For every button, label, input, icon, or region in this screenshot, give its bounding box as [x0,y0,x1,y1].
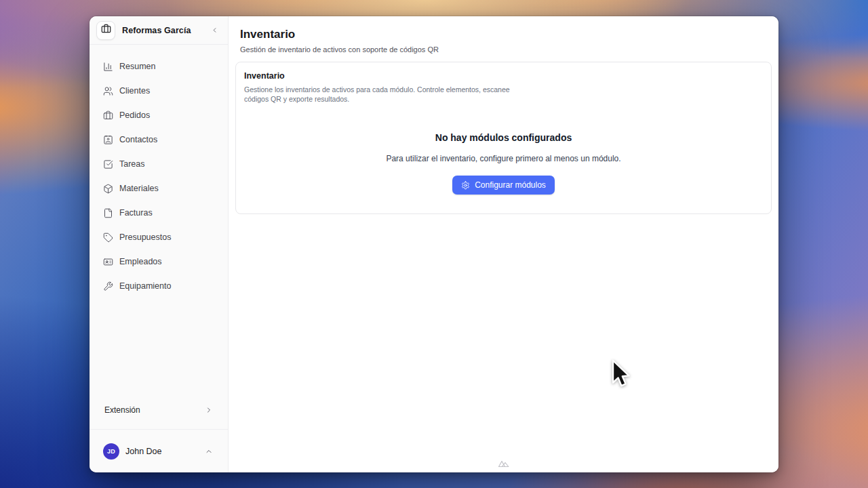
gear-icon [461,181,470,190]
card-description: Gestione los inventarios de activos para… [244,85,515,104]
main-content: Inventario Gestión de inventario de acti… [229,16,778,472]
sidebar-item-equipamiento[interactable]: Equipamiento [98,275,220,297]
id-card-icon [103,257,113,267]
sidebar-footer: JD John Doe [90,429,228,472]
sidebar-item-label: Pedidos [119,110,150,120]
app-window: Reformas García Resumen Clientes [90,16,778,472]
extension-label: Extensión [104,405,140,415]
file-icon [103,208,113,218]
sidebar-item-empleados[interactable]: Empleados [98,251,220,272]
sidebar-item-label: Equipamiento [119,281,171,291]
sidebar-item-label: Empleados [119,257,162,266]
sidebar-item-contactos[interactable]: Contactos [98,129,220,150]
user-name: John Doe [125,447,162,456]
button-label: Configurar módulos [475,180,546,190]
contact-card-icon [103,135,113,145]
empty-state: No hay módulos configurados Para utiliza… [244,104,763,214]
sidebar-item-presupuestos[interactable]: Presupuestos [98,226,220,248]
briefcase-icon [103,110,113,121]
sidebar-item-resumen[interactable]: Resumen [98,56,220,77]
briefcase-icon [101,24,111,37]
chevron-up-icon [205,447,213,455]
chart-column-icon [103,62,113,72]
sidebar-item-tareas[interactable]: Tareas [98,153,220,175]
card-title: Inventario [244,71,763,81]
chevron-right-icon [205,406,213,414]
chevron-left-icon [211,26,218,34]
wrench-icon [103,281,113,291]
mountains-watermark-icon [498,459,510,471]
sidebar-collapse-button[interactable] [208,24,221,37]
sidebar-header: Reformas García [90,16,228,45]
empty-state-subtitle: Para utilizar el inventario, configure p… [244,154,763,163]
sidebar-item-label: Materiales [119,184,159,193]
sidebar-item-label: Presupuestos [119,232,171,242]
sidebar-nav: Resumen Clientes Pedidos Contactos [90,45,228,401]
avatar: JD [103,443,119,460]
page-subtitle: Gestión de inventario de activos con sop… [240,45,767,54]
sidebar-item-label: Tareas [119,159,145,169]
sidebar-item-label: Contactos [119,135,157,144]
package-icon [103,184,113,194]
sidebar-item-pedidos[interactable]: Pedidos [98,104,220,126]
page-header: Inventario Gestión de inventario de acti… [240,27,767,54]
users-icon [103,86,113,96]
inventory-card: Inventario Gestione los inventarios de a… [235,62,772,214]
company-logo [96,21,115,40]
company-name: Reformas García [122,26,191,35]
sidebar-item-extension[interactable]: Extensión [98,401,220,420]
sidebar: Reformas García Resumen Clientes [90,16,229,472]
sidebar-item-label: Clientes [119,86,150,96]
user-menu-button[interactable]: JD John Doe [98,439,220,464]
inventory-card-body: Inventario Gestione los inventarios de a… [236,62,771,214]
empty-state-title: No hay módulos configurados [244,132,763,143]
sidebar-item-clientes[interactable]: Clientes [98,80,220,102]
sidebar-item-label: Facturas [119,208,153,218]
tag-icon [103,232,113,243]
sidebar-item-facturas[interactable]: Facturas [98,202,220,224]
sidebar-item-label: Resumen [119,62,156,71]
configure-modules-button[interactable]: Configurar módulos [452,176,555,195]
sidebar-item-materiales[interactable]: Materiales [98,178,220,199]
page-title: Inventario [240,27,767,42]
square-check-icon [103,159,113,169]
